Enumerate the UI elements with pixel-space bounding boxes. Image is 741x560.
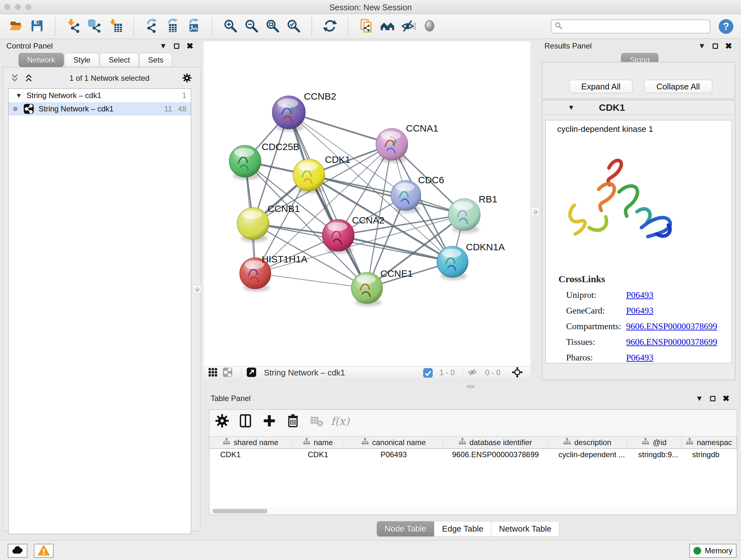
column-header--id[interactable]: @id (627, 437, 681, 448)
collapse-all-button[interactable]: Collapse All (644, 80, 712, 93)
search-input[interactable] (565, 21, 706, 32)
show-hide-columns-button[interactable] (238, 413, 254, 429)
export-table-button[interactable] (165, 18, 181, 35)
crosslink-link[interactable]: 9606.ENSP00000378699 (626, 337, 717, 347)
apply-preferred-layout-button[interactable] (322, 18, 338, 35)
column-header-canonical-name[interactable]: canonical name (344, 437, 443, 448)
node-RB1[interactable] (448, 199, 480, 233)
table-panel-float-icon[interactable] (710, 396, 716, 401)
zoom-out-button[interactable] (243, 18, 260, 35)
string-share-icon[interactable] (222, 367, 233, 378)
node-CCNA1[interactable] (376, 128, 408, 163)
crosslink-link[interactable]: P06493 (626, 353, 654, 363)
edge-HIST1H1A-CCNE1[interactable] (255, 273, 367, 288)
gene-entry-header[interactable]: ▼ CDK1 (542, 100, 735, 115)
network-collection-row[interactable]: ▼ String Network – cdk1 1 (9, 89, 191, 102)
node-CDK1[interactable] (293, 159, 325, 193)
hide-graphics-details-button[interactable] (400, 18, 417, 35)
node-CCNA2[interactable] (322, 219, 354, 254)
results-panel-close-icon[interactable]: ✖ (725, 42, 732, 50)
toolbar-divider (312, 17, 312, 36)
network-view-canvas[interactable]: CCNB2CCNA1CDC25BCDK1CDC6RB1CCNB1CCNA2CDK… (204, 42, 530, 366)
hidden-eye-icon[interactable] (467, 367, 478, 378)
scrollbar-thumb[interactable] (212, 509, 267, 513)
move-crosshair-icon[interactable] (512, 367, 523, 378)
export-image-button[interactable] (186, 18, 202, 35)
crosslink-link[interactable]: P06493 (626, 290, 654, 300)
tab-network[interactable]: Network (18, 53, 64, 67)
level-of-detail-button[interactable] (421, 18, 438, 35)
control-panel-close-icon[interactable]: ✖ (186, 42, 193, 50)
left-splitter-handle[interactable] (193, 285, 201, 294)
collection-expander-icon[interactable]: ▼ (16, 92, 22, 99)
table-row[interactable]: CDK1CDK1P064939606.ENSP00000378699cyclin… (209, 449, 737, 460)
zoom-selected-icon (286, 18, 301, 34)
table-content-box: f(x) shared namenamecanonical namedataba… (209, 409, 737, 515)
selected-checkbox-icon[interactable] (423, 368, 432, 377)
zoom-fit-content-button[interactable] (264, 18, 281, 35)
save-session-button[interactable] (29, 18, 45, 35)
expand-all-networks-icon[interactable] (24, 73, 33, 84)
table-horizontal-scrollbar[interactable] (210, 509, 736, 514)
tab-sets[interactable]: Sets (139, 53, 172, 67)
open-in-browser-icon[interactable] (246, 367, 257, 378)
node-CCNB2[interactable] (272, 96, 306, 132)
table-panel-close-icon[interactable]: ✖ (723, 394, 730, 402)
column-header-shared-name[interactable]: shared name (209, 437, 292, 448)
node-CDC25B[interactable] (229, 145, 261, 180)
node-CCNB1[interactable] (237, 207, 269, 242)
table-settings-button[interactable] (214, 413, 230, 429)
import-network-from-file-button[interactable] (65, 18, 82, 35)
cloud-status-button[interactable] (8, 544, 27, 558)
network-view-toolbar: String Network – cdk1 1 - 0 0 - 0 (204, 366, 530, 379)
node-CDKN1A[interactable] (437, 246, 468, 280)
table-panel-collapse-icon[interactable]: ▼ (695, 395, 703, 402)
column-header-name[interactable]: name (292, 437, 344, 448)
birds-eye-view-icon[interactable] (207, 367, 218, 378)
tab-network-table[interactable]: Network Table (491, 521, 559, 537)
import-table-from-file-button[interactable] (107, 18, 124, 35)
column-label: shared name (233, 438, 278, 447)
zoom-in-button[interactable] (222, 18, 239, 35)
node-CCNE1[interactable] (351, 272, 383, 306)
zoom-out-icon (244, 18, 259, 34)
collection-count: 1 (182, 91, 186, 100)
crosslink-link[interactable]: 9606.ENSP00000378699 (626, 321, 717, 331)
delete-columns-button[interactable] (285, 413, 301, 429)
edge-CCNA2-CDKN1A[interactable] (338, 235, 453, 262)
results-panel-collapse-icon[interactable]: ▼ (698, 42, 705, 50)
string-home-button[interactable] (379, 18, 396, 35)
function-builder-button[interactable]: f(x) (332, 413, 348, 429)
string-network-graph[interactable]: CCNB2CCNA1CDC25BCDK1CDC6RB1CCNB1CCNA2CDK… (204, 42, 530, 366)
column-header-namespac[interactable]: namespac (681, 437, 737, 448)
gene-expander-icon[interactable]: ▼ (568, 104, 575, 112)
create-column-button[interactable] (261, 413, 278, 429)
collapse-all-networks-icon[interactable] (10, 73, 19, 84)
warnings-button[interactable] (34, 544, 54, 558)
node-CDC6[interactable] (391, 180, 421, 213)
export-network-button[interactable] (144, 18, 160, 35)
results-panel-float-icon[interactable] (713, 44, 718, 49)
search-box (551, 19, 711, 34)
import-network-from-database-button[interactable] (86, 18, 103, 35)
help-button[interactable]: ? (719, 19, 733, 34)
zoom-selected-button[interactable] (285, 18, 302, 35)
tab-edge-table[interactable]: Edge Table (434, 521, 491, 537)
open-session-button[interactable] (8, 18, 24, 35)
right-splitter-handle[interactable] (531, 207, 539, 216)
crosslink-link[interactable]: P06493 (626, 306, 654, 316)
horizontal-splitter-handle[interactable] (467, 385, 475, 388)
column-header-description[interactable]: description (548, 437, 627, 448)
tab-node-table[interactable]: Node Table (377, 521, 434, 537)
control-panel-float-icon[interactable] (174, 44, 179, 49)
control-panel-collapse-icon[interactable]: ▼ (159, 42, 167, 50)
expand-all-button[interactable]: Expand All (569, 80, 632, 93)
network-row-selected[interactable]: String Network – cdk1 11 48 (9, 102, 191, 116)
clone-network-button[interactable] (358, 18, 375, 35)
tab-select[interactable]: Select (100, 53, 138, 67)
memory-button[interactable]: Memory (689, 544, 737, 558)
network-options-gear-icon[interactable] (181, 72, 193, 84)
tab-style[interactable]: Style (65, 53, 99, 67)
delete-table-button[interactable] (308, 413, 325, 429)
column-header-database-identifier[interactable]: database identifier (443, 437, 548, 448)
